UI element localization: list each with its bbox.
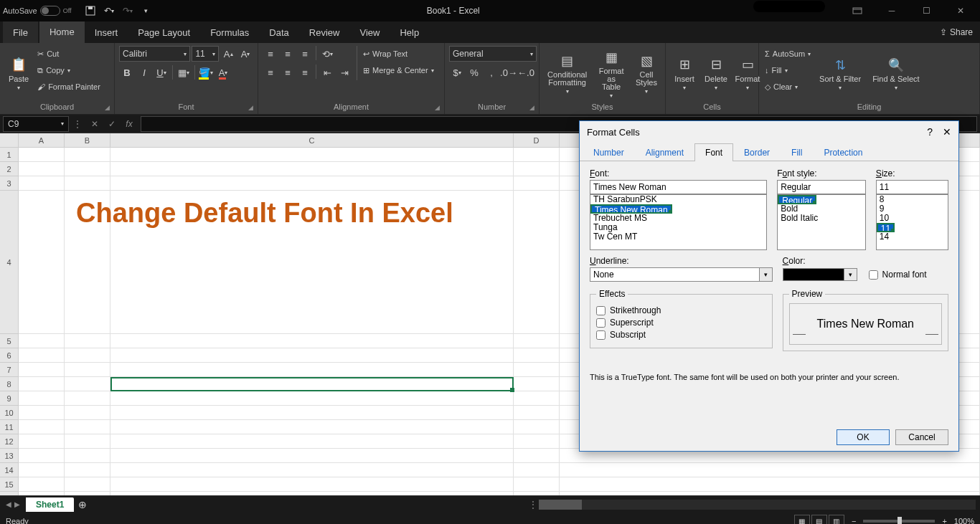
- sort-filter-button[interactable]: ⇅Sort & Filter▾: [815, 46, 865, 101]
- list-item[interactable]: Bold: [778, 204, 865, 214]
- chevron-down-icon[interactable]: ▾: [760, 267, 773, 282]
- row-header[interactable]: 10: [0, 406, 19, 420]
- dialog-launcher-icon[interactable]: ◢: [105, 104, 110, 111]
- row-header[interactable]: 3: [0, 176, 19, 191]
- comma-icon[interactable]: ,: [484, 65, 499, 80]
- dialog-tab-fill[interactable]: Fill: [781, 143, 813, 161]
- fx-icon[interactable]: fx: [121, 116, 138, 132]
- cancel-button[interactable]: Cancel: [895, 429, 948, 445]
- tab-insert[interactable]: Insert: [85, 22, 128, 43]
- underline-icon[interactable]: U▾: [154, 65, 169, 80]
- dialog-close-icon[interactable]: ✕: [943, 126, 951, 138]
- align-center-icon[interactable]: ≡: [280, 65, 296, 80]
- subscript-checkbox[interactable]: Subscript: [596, 330, 766, 340]
- underline-combo[interactable]: ▾: [590, 267, 773, 282]
- zoom-out-icon[interactable]: −: [852, 517, 856, 524]
- row-header[interactable]: 9: [0, 391, 19, 406]
- dialog-tab-protection[interactable]: Protection: [813, 143, 873, 161]
- row-header[interactable]: 8: [0, 377, 19, 391]
- size-input[interactable]: [876, 180, 948, 194]
- find-select-button[interactable]: 🔍Find & Select▾: [868, 46, 923, 101]
- ok-button[interactable]: OK: [837, 429, 890, 445]
- horizontal-scrollbar[interactable]: [539, 500, 976, 510]
- normal-font-checkbox[interactable]: Normal font: [869, 270, 927, 280]
- shrink-font-icon[interactable]: A▾: [237, 46, 253, 62]
- dialog-tab-font[interactable]: Font: [694, 143, 733, 161]
- maximize-icon[interactable]: ☐: [910, 1, 943, 21]
- tab-home[interactable]: Home: [39, 22, 85, 43]
- indent-dec-icon[interactable]: ⇤: [319, 65, 335, 80]
- row-header[interactable]: 12: [0, 434, 19, 449]
- align-left-icon[interactable]: ≡: [263, 65, 278, 80]
- close-icon[interactable]: ✕: [944, 1, 977, 21]
- format-cells-button[interactable]: ▭Format▾: [733, 46, 762, 101]
- list-item[interactable]: Italic: [778, 195, 865, 204]
- tab-page-layout[interactable]: Page Layout: [128, 22, 200, 43]
- page-break-icon[interactable]: ▥: [829, 515, 844, 524]
- dialog-launcher-icon[interactable]: ◢: [248, 104, 253, 111]
- normal-view-icon[interactable]: ▦: [794, 515, 810, 524]
- align-top-icon[interactable]: ≡: [263, 46, 278, 62]
- list-item[interactable]: 8: [877, 195, 948, 204]
- sheet-next-icon[interactable]: ▶: [14, 500, 20, 508]
- font-input[interactable]: [590, 180, 767, 194]
- minimize-icon[interactable]: ─: [875, 1, 908, 21]
- page-layout-icon[interactable]: ▤: [811, 515, 827, 524]
- col-header[interactable]: D: [514, 133, 560, 148]
- dec-decimal-icon[interactable]: ←.0: [518, 65, 534, 80]
- col-header[interactable]: A: [19, 133, 65, 148]
- size-listbox[interactable]: 8910111214: [876, 194, 948, 250]
- name-box[interactable]: C9▾: [3, 116, 69, 132]
- zoom-in-icon[interactable]: +: [942, 517, 946, 524]
- autosave-toggle[interactable]: AutoSave Off: [3, 6, 72, 16]
- copy-button[interactable]: ⧉Copy▾: [36, 62, 102, 78]
- grow-font-icon[interactable]: A▴: [220, 46, 236, 62]
- superscript-checkbox[interactable]: Superscript: [596, 318, 766, 328]
- fill-button[interactable]: ↓Fill▾: [763, 62, 812, 78]
- save-icon[interactable]: [83, 4, 98, 18]
- align-right-icon[interactable]: ≡: [297, 65, 313, 80]
- undo-icon[interactable]: ↶▾: [102, 4, 116, 18]
- list-item[interactable]: 12: [877, 223, 948, 232]
- font-color-icon[interactable]: A▾: [215, 65, 231, 80]
- cut-button[interactable]: ✂Cut: [36, 46, 102, 62]
- align-bottom-icon[interactable]: ≡: [297, 46, 313, 62]
- row-header[interactable]: 4: [0, 191, 19, 334]
- row-header[interactable]: 1: [0, 148, 19, 162]
- share-button[interactable]: ⇪ Share: [933, 22, 980, 43]
- font-size-combo[interactable]: 11▾: [192, 46, 219, 62]
- list-item[interactable]: Trebuchet MS: [590, 214, 766, 223]
- strikethrough-checkbox[interactable]: Strikethrough: [596, 305, 766, 315]
- wrap-text-button[interactable]: ↩Wrap Text: [362, 46, 435, 62]
- font-name-combo[interactable]: Calibri▾: [119, 46, 190, 62]
- list-item[interactable]: Tunga: [590, 223, 766, 232]
- list-item[interactable]: Tw Cen MT: [590, 232, 766, 242]
- dialog-tab-number[interactable]: Number: [583, 143, 635, 161]
- font-listbox[interactable]: TH SarabunPSKTimes New RomanTraditional …: [590, 194, 767, 250]
- row-header[interactable]: 2: [0, 162, 19, 176]
- redo-icon[interactable]: ↷▾: [121, 4, 135, 18]
- dialog-tab-border[interactable]: Border: [733, 143, 781, 161]
- delete-cells-button[interactable]: ⊟Delete▾: [702, 46, 730, 101]
- dialog-launcher-icon[interactable]: ◢: [435, 104, 440, 111]
- list-item[interactable]: 9: [877, 204, 948, 214]
- col-header[interactable]: C: [110, 133, 514, 148]
- borders-icon[interactable]: ▦▾: [176, 65, 192, 80]
- row-header[interactable]: 16: [0, 492, 19, 495]
- italic-icon[interactable]: I: [136, 65, 152, 80]
- dialog-launcher-icon[interactable]: ◢: [529, 104, 534, 111]
- font-style-listbox[interactable]: RegularItalicBoldBold Italic: [777, 194, 866, 250]
- row-header[interactable]: 13: [0, 449, 19, 463]
- paste-button[interactable]: 📋 Paste ▾: [4, 46, 33, 101]
- list-item[interactable]: 10: [877, 214, 948, 223]
- tab-review[interactable]: Review: [299, 22, 350, 43]
- percent-icon[interactable]: %: [466, 65, 482, 80]
- currency-icon[interactable]: $▾: [449, 65, 465, 80]
- row-header[interactable]: 11: [0, 420, 19, 434]
- cell-styles-button[interactable]: ▧Cell Styles▾: [632, 46, 661, 101]
- chevron-down-icon[interactable]: ▾: [844, 268, 857, 281]
- col-header[interactable]: B: [65, 133, 110, 148]
- row-header[interactable]: 15: [0, 477, 19, 492]
- inc-decimal-icon[interactable]: .0→: [501, 65, 517, 80]
- sheet-tab[interactable]: Sheet1: [26, 497, 74, 512]
